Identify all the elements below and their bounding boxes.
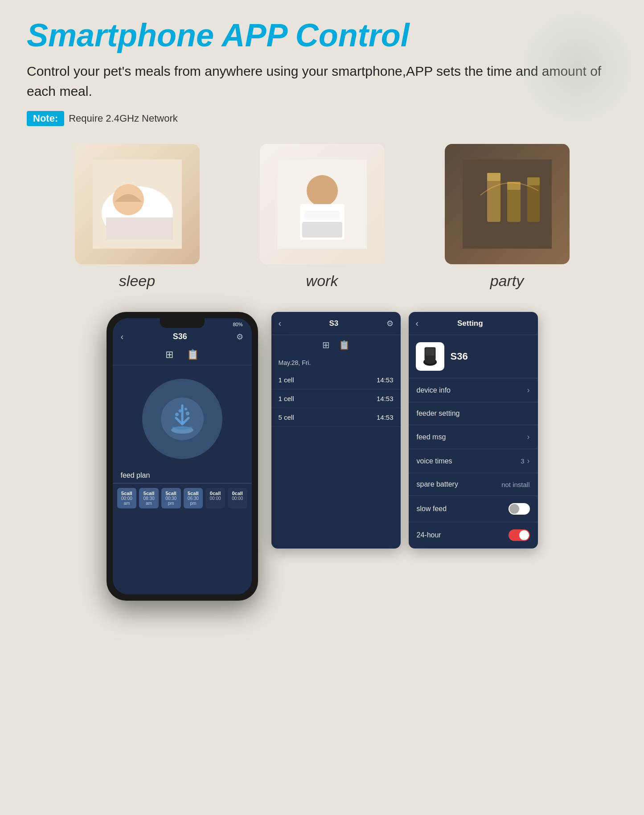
time-slot-3[interactable]: 5call 06:30 pm [184, 488, 203, 508]
voice-times-chevron-icon: › [527, 456, 530, 466]
scenario-sleep: sleep [75, 144, 200, 290]
device-name: S36 [451, 351, 468, 362]
setting-row-device-info[interactable]: device info › [409, 378, 538, 402]
s3-back-icon[interactable]: ‹ [279, 318, 282, 328]
feeder-device-icon [419, 345, 441, 368]
slot-0-time: 00:00 [121, 496, 132, 501]
s3-tab-history-icon[interactable]: 📋 [339, 340, 350, 350]
s3-tabs: ⊞ 📋 [271, 335, 401, 355]
slow-feed-toggle[interactable] [509, 503, 530, 515]
app-screen-s3: ‹ S3 ⚙ ⊞ 📋 May.28, Fri. 1 cell 14:53 1 c… [271, 312, 401, 549]
setting-label-feeder-setting: feeder setting [417, 410, 460, 418]
app-screen-setting: ‹ Setting S36 [409, 312, 538, 549]
feed-entry-2: 5 cell 14:53 [271, 408, 401, 427]
note-text: Require 2.4GHz Network [69, 113, 178, 124]
slot-2-cell: 5call [165, 491, 176, 496]
svg-rect-13 [507, 186, 521, 222]
slot-5-time: 00:00 [232, 496, 243, 501]
voice-times-value: 3 [521, 457, 524, 465]
setting-label-voice-times: voice times [417, 457, 452, 465]
setting-row-slow-feed[interactable]: slow feed [409, 496, 538, 522]
phone-tabs: ⊞ 📋 [113, 344, 252, 365]
svg-point-6 [307, 175, 338, 206]
slot-3-time: 06:30 [188, 496, 199, 501]
slot-5-cell: 0call [232, 491, 242, 496]
time-slot-1[interactable]: 5call 08:30 am [139, 488, 159, 508]
setting-row-voice-times[interactable]: voice times 3 › [409, 449, 538, 473]
phone-mockup: 80% ‹ S36 ⚙ ⊞ 📋 [107, 312, 258, 601]
time-slot-2[interactable]: 5call 00:30 pm [161, 488, 181, 508]
svg-rect-11 [487, 177, 500, 222]
party-label: party [490, 272, 524, 290]
phone-device-title: S36 [173, 332, 187, 341]
s3-tab-schedule-icon[interactable]: ⊞ [322, 340, 330, 350]
slot-3-cell: 5call [188, 491, 198, 496]
slot-3-period: pm [190, 501, 196, 506]
setting-value-device-info: › [527, 385, 530, 395]
s3-header: ‹ S3 ⚙ [271, 312, 401, 335]
svg-point-19 [175, 413, 179, 416]
party-image [445, 144, 570, 264]
setting-row-spare-battery[interactable]: spare battery not install [409, 473, 538, 496]
svg-point-21 [186, 412, 189, 415]
setting-label-feed-msg: feed msg [417, 433, 446, 441]
note-label: Note: [27, 111, 64, 126]
setting-back-icon[interactable]: ‹ [416, 318, 419, 328]
setting-row-24-hour[interactable]: 24-hour [409, 522, 538, 549]
setting-value-feed-msg: › [527, 432, 530, 442]
phone-notch [160, 318, 205, 328]
svg-rect-4 [106, 217, 173, 240]
svg-point-26 [424, 358, 435, 364]
feed-plan-label: feed plan [113, 468, 252, 483]
work-label: work [306, 272, 338, 290]
sleep-svg [93, 160, 182, 249]
s3-title: S3 [329, 319, 338, 328]
feed-entry-2-amount: 5 cell [279, 414, 294, 421]
setting-label-spare-battery: spare battery [417, 480, 458, 488]
app-screens: ‹ S3 ⚙ ⊞ 📋 May.28, Fri. 1 cell 14:53 1 c… [271, 312, 538, 549]
phone-apps-row: 80% ‹ S36 ⚙ ⊞ 📋 [27, 312, 617, 601]
sleep-img-placeholder [75, 144, 200, 264]
time-slot-5[interactable]: 0call 00:00 [228, 488, 247, 508]
work-img-placeholder [260, 144, 385, 264]
setting-row-feeder-setting[interactable]: feeder setting [409, 402, 538, 425]
setting-label-24-hour: 24-hour [417, 531, 441, 539]
party-svg [463, 160, 552, 249]
sleep-label: sleep [119, 272, 155, 290]
24-hour-toggle[interactable] [509, 529, 530, 541]
svg-point-20 [178, 410, 181, 413]
setting-row-feed-msg[interactable]: feed msg › [409, 425, 538, 449]
sleep-image [75, 144, 200, 264]
feed-entry-0-time: 14:53 [377, 376, 394, 384]
time-slot-0[interactable]: 5call 00:00 am [117, 488, 137, 508]
svg-point-22 [185, 408, 187, 410]
phone-back-arrow[interactable]: ‹ [121, 332, 124, 342]
feed-msg-chevron-icon: › [527, 432, 530, 442]
s3-date: May.28, Fri. [271, 355, 401, 371]
feed-circle[interactable] [142, 379, 222, 459]
scenario-work: work [260, 144, 385, 290]
svg-rect-16 [527, 177, 540, 185]
slot-1-time: 08:30 [143, 496, 154, 501]
phone-header[interactable]: ‹ S36 ⚙ [113, 329, 252, 344]
phone-settings-gear-icon[interactable]: ⚙ [236, 332, 243, 342]
feed-entry-2-time: 14:53 [377, 414, 394, 421]
work-image [260, 144, 385, 264]
scenarios-row: sleep work [27, 144, 617, 290]
slot-1-period: am [146, 501, 152, 506]
slot-0-period: am [123, 501, 130, 506]
note-box: Note: Require 2.4GHz Network [27, 111, 178, 126]
setting-header: ‹ Setting [409, 312, 538, 335]
work-svg [278, 160, 367, 249]
setting-label-device-info: device info [417, 386, 451, 394]
s3-settings-gear-icon[interactable]: ⚙ [386, 319, 394, 328]
scenario-party: party [445, 144, 570, 290]
setting-title: Setting [457, 319, 483, 328]
slot-1-cell: 5call [144, 491, 154, 496]
tab-history-icon[interactable]: 📋 [187, 349, 199, 360]
time-slot-4[interactable]: 0call 00:00 [205, 488, 225, 508]
page-title: Smartphone APP Control [27, 18, 617, 53]
feed-entry-1-amount: 1 cell [279, 395, 294, 402]
tab-schedule-icon[interactable]: ⊞ [165, 349, 173, 360]
device-info-chevron-icon: › [527, 385, 530, 395]
